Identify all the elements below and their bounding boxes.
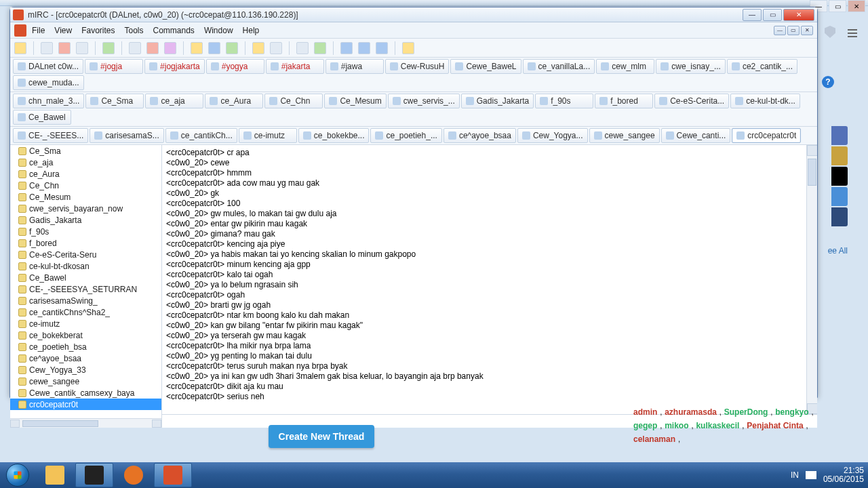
menu-help[interactable]: Help [243, 26, 260, 35]
switch-btn[interactable]: #yogya [206, 59, 264, 74]
scripts-icon[interactable] [102, 42, 115, 54]
firefox-taskbtn[interactable] [115, 463, 153, 487]
switch-btn[interactable]: #jakarta [266, 59, 324, 74]
switch-btn[interactable]: cewe_muda... [13, 75, 84, 90]
switch-btn[interactable]: Ce-eS-Cerita... [654, 94, 729, 108]
browser-max[interactable]: ▭ [829, 0, 846, 12]
minimize-button[interactable]: — [743, 9, 762, 21]
switch-btn[interactable]: ce_vanillaLa... [523, 59, 595, 74]
chat-vscroll[interactable] [806, 145, 817, 414]
tree-item[interactable]: Ce-eS-Cerita-Seru [10, 249, 161, 260]
switch-btn[interactable]: ce2_cantik_... [727, 59, 797, 74]
tree-item[interactable]: ce_Aura [10, 168, 161, 180]
system-tray[interactable]: IN 21:3505/06/2015 [791, 462, 868, 488]
explorer-taskbtn[interactable] [36, 463, 74, 487]
hamburger-icon[interactable] [845, 26, 860, 41]
chat-log[interactable]: <crc0cepatcr0t> cr apa<c0w0_20> cewe<crc… [162, 145, 817, 414]
menu-commands[interactable]: Commands [153, 26, 195, 35]
side-tab[interactable] [831, 146, 848, 165]
flag-icon[interactable] [806, 471, 816, 479]
user-link[interactable]: kulkaskecil [696, 421, 739, 430]
received-icon[interactable] [314, 42, 326, 54]
scroll-right-icon[interactable] [152, 420, 161, 428]
switch-btn[interactable]: #jawa [326, 59, 384, 74]
close-button[interactable]: ✕ [783, 9, 814, 21]
tree-item[interactable]: f_90s [10, 226, 161, 237]
switch-btn[interactable]: CE-_-SEEES... [13, 128, 88, 143]
mirc-taskbtn[interactable] [154, 463, 192, 487]
mdi-restore-button[interactable]: ▭ [787, 26, 800, 35]
shield-icon[interactable] [825, 26, 835, 38]
switch-btn[interactable]: Ce_Chn [264, 94, 323, 108]
mirc-logo-icon[interactable] [14, 24, 26, 37]
switch-btn[interactable]: ce_Aura [205, 94, 263, 108]
about-icon[interactable] [402, 42, 414, 54]
user-link[interactable]: celanaman [633, 434, 675, 444]
taskbar[interactable]: IN 21:3505/06/2015 [0, 462, 868, 488]
notify-icon[interactable] [252, 42, 264, 54]
switch-btn[interactable]: ce-imutz [239, 128, 297, 143]
menu-tools[interactable]: Tools [125, 26, 144, 35]
user-link[interactable]: Penjahat Cinta [747, 421, 803, 430]
side-tab[interactable] [831, 167, 848, 186]
switch-btn[interactable]: carisesamaS... [90, 128, 163, 143]
switch-btn[interactable]: ce-kul-bt-dk... [730, 94, 800, 108]
timer-icon[interactable] [146, 42, 159, 54]
start-button[interactable] [0, 462, 35, 488]
mdi-close-button[interactable]: ✕ [801, 26, 813, 35]
tree-item[interactable]: ce^ayoe_bsaa [10, 352, 161, 364]
connect-icon[interactable] [14, 42, 26, 54]
send-icon[interactable] [191, 42, 203, 54]
switch-btn[interactable]: Cew_Yogya... [517, 128, 588, 143]
tree-item[interactable]: ce-imutz [10, 318, 161, 329]
tree-hscroll[interactable] [10, 418, 161, 428]
menu-file[interactable]: File [32, 26, 45, 35]
tree-item[interactable]: Gadis_Jakarta [10, 214, 161, 226]
tree-item[interactable]: Cewe_cantik_camsexy_baya [10, 387, 161, 399]
tree-item[interactable]: ce_cantikChns^Sha2_ [10, 306, 161, 318]
switch-btn[interactable]: cwe_isnay_... [656, 59, 726, 74]
switch-btn[interactable]: ce_bokekbe... [298, 128, 370, 143]
user-link[interactable]: gegep [633, 421, 657, 430]
switch-btn[interactable]: chn_male_3... [13, 94, 84, 108]
see-all-link[interactable]: ee All [828, 246, 848, 256]
switch-btn[interactable]: f_90s [535, 94, 593, 108]
tile-h-icon[interactable] [340, 42, 353, 54]
scroll-thumb[interactable] [808, 159, 816, 186]
user-link[interactable]: admin [633, 407, 657, 417]
menu-view[interactable]: View [54, 26, 72, 35]
switch-btn[interactable]: cewe_sangee [589, 128, 660, 143]
help-badge-icon[interactable]: ? [822, 76, 834, 88]
mdi-minimize-button[interactable]: — [774, 26, 786, 35]
menu-window[interactable]: Window [204, 26, 233, 35]
side-tab[interactable] [831, 207, 848, 226]
tree-item[interactable]: ce_aja [10, 157, 161, 168]
tree-item[interactable]: ce_poetieh_bsa [10, 341, 161, 352]
switch-btn[interactable]: cew_mlm [596, 59, 654, 74]
switch-btn[interactable]: #jogjakarta [144, 59, 205, 74]
switch-btn[interactable]: Cewe_canti... [661, 128, 731, 143]
tree-item[interactable]: crc0cepatcr0t [10, 399, 161, 410]
lang-indicator[interactable]: IN [791, 470, 799, 480]
switch-btn[interactable]: f_bored [595, 94, 653, 108]
user-link[interactable]: SuperDong [724, 407, 768, 417]
tree-item[interactable]: cewe_sangee [10, 375, 161, 387]
user-link[interactable]: bengkyo [775, 407, 808, 417]
scroll-left-icon[interactable] [10, 420, 20, 428]
tree-list[interactable]: Ce_Smace_ajace_AuraCe_ChnCe_Mesumcwe_ser… [10, 145, 161, 418]
switch-btn[interactable]: ce_cantikCh... [165, 128, 237, 143]
switch-btn[interactable]: crc0cepatcr0t [732, 128, 801, 143]
clock[interactable]: 21:3505/06/2015 [823, 466, 864, 484]
tree-item[interactable]: carisesamaSwing_ [10, 295, 161, 306]
menu-favorites[interactable]: Favorites [81, 26, 115, 35]
dcc-icon[interactable] [226, 42, 238, 54]
tree-item[interactable]: Cew_Yogya_33 [10, 364, 161, 375]
switch-btn[interactable]: cwe_servis_... [388, 94, 460, 108]
favorites-icon[interactable] [58, 42, 71, 54]
tree-item[interactable]: Ce_Mesum [10, 191, 161, 203]
user-link[interactable]: azhuramasda [665, 407, 717, 417]
side-tab[interactable] [831, 187, 848, 206]
channels-icon[interactable] [76, 42, 88, 54]
tree-item[interactable]: f_bored [10, 237, 161, 249]
switch-btn[interactable]: ce^ayoe_bsaa [443, 128, 516, 143]
